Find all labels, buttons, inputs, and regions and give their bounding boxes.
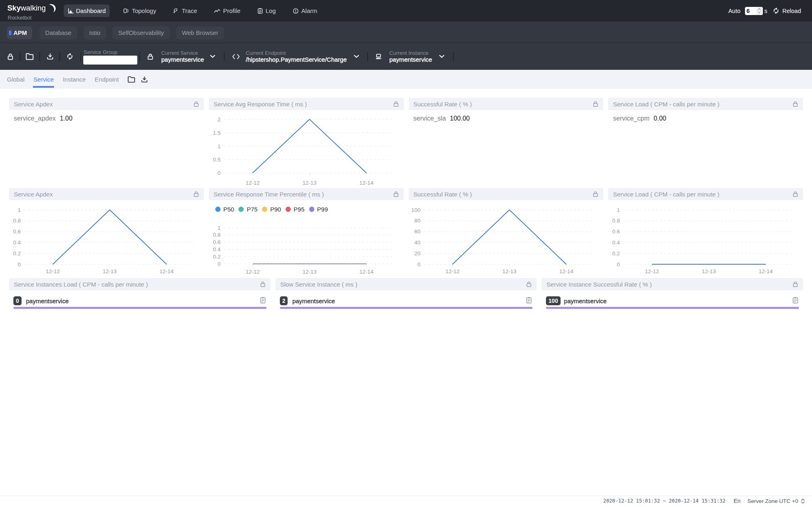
lock-edit-button[interactable] (6, 53, 14, 60)
selector-value: paymentservice (161, 56, 204, 63)
panel-header: Successful Rate ( % ) (409, 188, 604, 200)
alarm-icon (293, 8, 299, 14)
lock-icon[interactable] (593, 191, 598, 197)
panel-service-avg-response-time: Service Avg Response Time ( ms ) 00.511.… (209, 98, 404, 185)
instance-list-row[interactable]: 100 paymentservice (546, 297, 798, 307)
lock-icon[interactable] (793, 191, 798, 197)
svg-text:0.8: 0.8 (13, 218, 21, 224)
auto-interval-input[interactable]: 6 (745, 7, 763, 15)
number-spinner[interactable] (757, 8, 762, 14)
server-zone-label: Server Zone UTC +0 (747, 498, 798, 504)
lock-icon[interactable] (194, 191, 199, 197)
svg-text:0.2: 0.2 (612, 250, 620, 257)
svg-text:40: 40 (414, 239, 420, 246)
legend-item[interactable]: P95 (286, 206, 305, 213)
code-icon (232, 54, 240, 59)
toolbar-divider (80, 52, 81, 61)
lock-icon[interactable] (394, 101, 398, 107)
svg-text:60: 60 (414, 229, 420, 235)
group-label: Web Browser (182, 29, 219, 36)
tab-service[interactable]: Service (33, 70, 54, 89)
svg-text:12-14: 12-14 (359, 269, 373, 275)
export-template-button[interactable] (46, 53, 54, 60)
import-dashboard-button[interactable] (128, 76, 135, 83)
group-button-apm[interactable]: APM (7, 26, 32, 39)
tab-instance[interactable]: Instance (63, 70, 86, 89)
chevron-down-icon (210, 55, 215, 58)
legend-label: P75 (247, 206, 258, 213)
menu-item-topology[interactable]: Topology (115, 4, 165, 17)
lock-icon[interactable] (194, 101, 199, 107)
panel-service-apdex-value: Service Apdex service_apdex1.00 (9, 98, 204, 185)
toolbar-divider (453, 52, 454, 61)
instance-load-bar (546, 307, 799, 309)
instance-list-row[interactable]: 2 paymentservice (280, 297, 532, 307)
lock-icon[interactable] (394, 191, 398, 197)
group-button-istio[interactable]: Istio (84, 26, 106, 39)
svg-text:1: 1 (217, 225, 221, 231)
main-menu: Dashboard Topology Trace Profile Log Ala… (64, 0, 326, 22)
reload-button[interactable]: Reload (773, 7, 801, 14)
current-endpoint-selector[interactable]: Current Endpoint /hipstershop.PaymentSer… (225, 43, 359, 70)
lock-icon[interactable] (793, 101, 798, 107)
spinner-down-icon[interactable] (757, 11, 762, 14)
group-label: APM (13, 29, 27, 36)
menu-label: Dashboard (76, 7, 106, 14)
panel-title: Successful Rate ( % ) (414, 191, 472, 198)
refresh-templates-button[interactable] (66, 53, 74, 60)
copy-icon[interactable] (260, 297, 266, 304)
group-button-webbrowser[interactable]: Web Browser (176, 26, 224, 39)
step-up-icon[interactable] (801, 498, 805, 501)
refresh-icon (66, 53, 74, 60)
brand-subtitle: Rocketbot (8, 15, 32, 21)
panel-successful-rate-value: Successful Rate ( % ) service_sla100.00 (409, 98, 604, 185)
lock-icon[interactable] (593, 101, 598, 107)
current-instance-selector[interactable]: Current Instance paymentservice (368, 43, 444, 70)
export-dashboard-button[interactable] (141, 76, 148, 83)
tab-endpoint[interactable]: Endpoint (95, 70, 119, 89)
language-toggle[interactable]: En (734, 498, 741, 504)
lock-icon[interactable] (260, 281, 265, 287)
menu-item-dashboard[interactable]: Dashboard (64, 4, 110, 17)
tab-global[interactable]: Global (7, 70, 24, 89)
menu-item-alarm[interactable]: Alarm (284, 4, 326, 17)
top-navbar: Skywalking Rocketbot Dashboard Topology … (0, 0, 812, 22)
legend-dot (286, 207, 291, 212)
svg-text:12-12: 12-12 (245, 269, 260, 275)
metric-value-line: service_sla100.00 (414, 115, 470, 122)
lock-icon[interactable] (526, 281, 531, 287)
legend-label: P90 (270, 206, 281, 213)
svg-text:0: 0 (217, 261, 221, 267)
legend-item[interactable]: P75 (238, 206, 258, 213)
skywalking-logo[interactable]: Skywalking Rocketbot (7, 2, 68, 21)
panel-title: Service Instance Successful Rate ( % ) (546, 281, 652, 288)
group-button-database[interactable]: Database (39, 26, 77, 39)
copy-icon[interactable] (526, 297, 532, 304)
chevron-down-icon (439, 55, 444, 58)
import-template-button[interactable] (26, 53, 34, 60)
timezone-stepper[interactable] (801, 498, 805, 504)
metric-value-line: service_apdex1.00 (14, 115, 72, 122)
trace-icon (173, 8, 179, 14)
line-chart: 00.511.5212-1212-1312-14 (209, 110, 404, 185)
step-down-icon[interactable] (801, 501, 805, 504)
menu-item-trace[interactable]: Trace (165, 4, 206, 17)
panel-title: Service Load ( CPM - calls per minute ) (613, 191, 719, 198)
navbar-controls: Auto 6 s Reload (728, 0, 801, 22)
instance-list-row[interactable]: 0 paymentservice (13, 297, 266, 307)
menu-item-log[interactable]: Log (249, 4, 284, 17)
service-group-input[interactable] (83, 56, 137, 65)
svg-text:0: 0 (617, 261, 620, 268)
menu-item-profile[interactable]: Profile (206, 4, 249, 17)
legend-item[interactable]: P50 (215, 206, 234, 213)
copy-icon[interactable] (793, 297, 798, 304)
folder-icon (26, 53, 34, 60)
group-label: SelfObservability (118, 29, 164, 36)
lock-icon[interactable] (793, 281, 798, 287)
time-range[interactable]: 2020-12-12 15:01:32 ~ 2020-12-14 15:31:3… (603, 498, 725, 504)
legend-item[interactable]: P90 (262, 206, 281, 213)
group-button-selfobservability[interactable]: SelfObservability (113, 26, 170, 39)
line-chart: 00.20.40.60.8112-1212-1312-14 (9, 200, 204, 275)
current-service-selector[interactable]: Current Service paymentservice (140, 43, 215, 70)
legend-item[interactable]: P99 (309, 206, 328, 213)
